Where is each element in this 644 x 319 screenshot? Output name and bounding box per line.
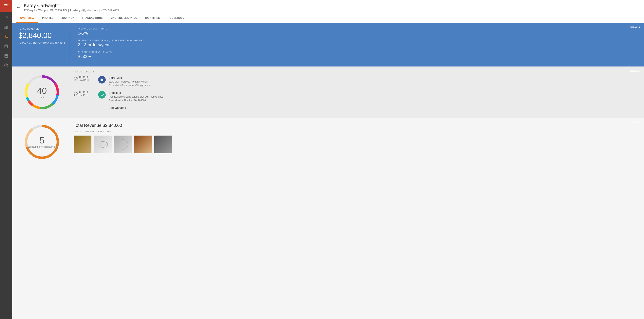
event-row-3: Cart Updated [74, 106, 640, 110]
aov-label: AVERAGE ORDER VALUE (AOV) [78, 51, 638, 53]
event-title-3: Cart Updated [108, 106, 126, 110]
header-top: ← Katey Cartwright 17 Ferry Ln, Westport… [16, 0, 640, 14]
total-revenue-value: $2,840.00 [18, 31, 70, 40]
customer-name: Katey Cartwright [24, 3, 119, 8]
svg-point-9 [5, 45, 8, 46]
sidebar-item-filter[interactable] [0, 13, 12, 22]
svg-point-3 [7, 4, 8, 5]
more-options-button[interactable]: ⋮ [636, 5, 640, 10]
svg-point-33 [120, 142, 126, 148]
events-donut-number: 40 [37, 86, 47, 96]
svg-point-8 [5, 36, 6, 37]
event-detail2-1: Store Visit - Store Name :Chicago store [108, 84, 150, 87]
sidebar-item-calendar[interactable] [0, 51, 12, 60]
transactions-total-revenue: Total Revenue $2,840.00 [74, 123, 640, 128]
tab-identities[interactable]: IDENTITIES [141, 14, 164, 23]
svg-rect-2 [4, 7, 8, 7]
tab-machine-learning[interactable]: MACHINE LEARNING [107, 14, 141, 23]
stats-left: TOTAL REVENUE $2,840.00 TOTAL NUMBER OF … [18, 28, 70, 62]
avg-discount-value: 0-5% [78, 31, 638, 36]
transactions-donut-number: 5 [26, 136, 58, 146]
event-row-2: May 16, 2019 4:39 PM PDT Checkout Produc… [74, 91, 640, 102]
transactions-donut-label: Total Number of Transactions [26, 146, 58, 148]
events-details-link[interactable]: DETAILS [630, 70, 640, 72]
svg-point-30 [98, 142, 108, 148]
tab-profile[interactable]: PROFILE [38, 14, 58, 23]
aov-block: AVERAGE ORDER VALUE (AOV) $ 500+ [78, 51, 638, 59]
event-time-1: 11:07 AM PDT [74, 79, 96, 82]
avg-discount-block: AVERAGE DISCOUNT RATE 0-5% [78, 28, 638, 36]
event-detail1-2: Product Name :round serving dish with me… [108, 95, 163, 98]
transactions-donut-center: 5 Total Number of Transactions [26, 136, 58, 148]
svg-rect-5 [5, 27, 5, 29]
sidebar [0, 0, 12, 319]
back-button[interactable]: ← [16, 5, 20, 10]
events-donut-label: Type [37, 96, 47, 98]
svg-point-31 [100, 143, 106, 146]
total-revenue-label: TOTAL REVENUE [18, 28, 70, 30]
events-section: 40 Type DETAILS RECENT EVENTS May 18, 20… [12, 66, 644, 118]
transaction-freq-label: TRANSACTION FREQUENCY (ORDERS PER YEAR) … [78, 40, 638, 42]
stats-details-link[interactable]: DETAILS [630, 26, 640, 28]
transactions-right: DETAILS Total Revenue $2,840.00 RECENT T… [72, 118, 644, 166]
event-detail1-1: Store Visit - Purpose :Regular Walk In [108, 80, 150, 84]
content-area: DETAILS TOTAL REVENUE $2,840.00 TOTAL NU… [12, 23, 644, 319]
header-title-area: ← Katey Cartwright 17 Ferry Ln, Westport… [16, 3, 119, 12]
events-donut-chart: 40 Type [22, 72, 62, 112]
product-thumb-2 [94, 136, 112, 153]
transaction-freq-value: 2 - 3 orders/year [78, 42, 638, 48]
event-title-1: Store Visit [108, 76, 150, 79]
svg-rect-1 [4, 6, 8, 6]
tab-transactions[interactable]: TRANSACTIONS [78, 14, 107, 23]
event-time-2: 4:39 PM PDT [74, 94, 96, 96]
svg-rect-6 [6, 26, 6, 29]
svg-rect-10 [5, 54, 8, 58]
aov-value: $ 500+ [78, 54, 638, 59]
customer-address: 17 Ferry Ln, Westport, CT, 06880, US [24, 9, 67, 12]
menu-icon [4, 3, 8, 9]
nav-tabs: OVERVIEW PROFILE JOURNEY TRANSACTIONS MA… [16, 14, 640, 23]
recent-transaction-items-title: RECENT TRANSACTION ITEMS [74, 130, 640, 133]
event-date-text-2: May 16, 2019 [74, 91, 96, 94]
tab-household[interactable]: HOUSEHOLD [164, 14, 188, 23]
sidebar-item-help[interactable] [0, 60, 12, 70]
recent-events-title: RECENT EVENTS [74, 70, 640, 73]
svg-rect-7 [7, 26, 8, 29]
customer-info-block: Katey Cartwright 17 Ferry Ln, Westport, … [24, 3, 119, 12]
transactions-donut-container: 5 Total Number of Transactions [12, 118, 72, 166]
tab-journey[interactable]: JOURNEY [58, 14, 78, 23]
event-date-1: May 18, 2019 11:07 AM PDT [74, 76, 96, 82]
sidebar-item-charts[interactable] [0, 22, 12, 32]
svg-point-32 [118, 140, 128, 150]
customer-email: kcartwright@yahoo.com [70, 9, 98, 12]
separator1: | [68, 9, 70, 12]
sidebar-item-people[interactable] [0, 32, 12, 42]
product-thumb-4 [134, 136, 152, 153]
customer-address-line: 17 Ferry Ln, Westport, CT, 06880, US | k… [24, 9, 119, 12]
event-date-text-1: May 18, 2019 [74, 76, 96, 79]
sidebar-item-database[interactable] [0, 42, 12, 51]
checkout-icon [98, 91, 106, 98]
sidebar-logo[interactable] [0, 0, 12, 12]
svg-line-4 [6, 16, 6, 19]
product-thumb-1 [74, 136, 92, 153]
tab-overview[interactable]: OVERVIEW [16, 14, 38, 23]
customer-phone: (203) 912-4771 [102, 9, 119, 12]
transactions-section: 5 Total Number of Transactions DETAILS T… [12, 118, 644, 166]
main-content: ← Katey Cartwright 17 Ferry Ln, Westport… [12, 0, 644, 319]
stats-section: DETAILS TOTAL REVENUE $2,840.00 TOTAL NU… [12, 23, 644, 66]
events-donut-container: 40 Type [12, 66, 72, 118]
product-thumbnails [74, 136, 640, 153]
event-detail2-2: SourceProductNumber :101203360 [108, 98, 163, 102]
svg-point-26 [103, 96, 103, 96]
transaction-freq-block: TRANSACTION FREQUENCY (ORDERS PER YEAR) … [78, 40, 638, 48]
total-transactions: TOTAL NUMBER OF TRANSACTIONS: 5 [18, 41, 70, 44]
event-details-1: Store Visit Store Visit - Purpose :Regul… [108, 76, 150, 87]
product-thumb-3 [114, 136, 132, 153]
svg-point-25 [101, 96, 102, 96]
event-details-2: Checkout Product Name :round serving dis… [108, 91, 163, 102]
product-thumb-5 [154, 136, 172, 153]
transactions-donut-chart: 5 Total Number of Transactions [22, 122, 62, 162]
transactions-details-link[interactable]: DETAILS [630, 121, 640, 124]
separator2: | [98, 9, 101, 12]
